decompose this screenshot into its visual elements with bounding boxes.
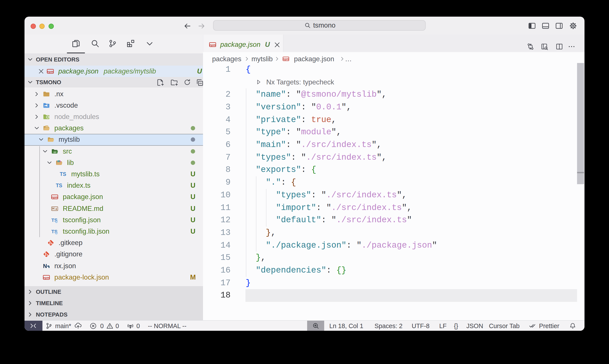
svg-text:npm: npm	[283, 58, 289, 61]
svg-text:npm: npm	[210, 43, 216, 47]
